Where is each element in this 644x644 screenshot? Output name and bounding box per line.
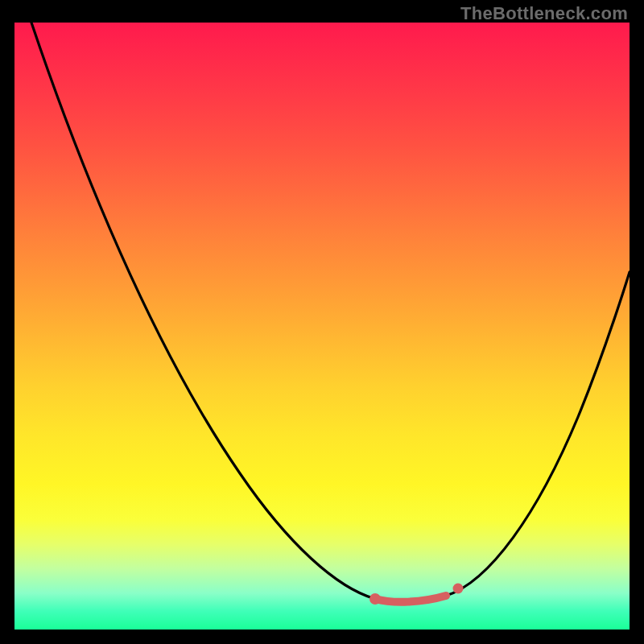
chart-frame: TheBottleneck.com — [0, 0, 644, 644]
curve-path — [31, 23, 630, 602]
marker-right-dot — [453, 584, 464, 594]
plot-area — [14, 23, 630, 630]
watermark-text: TheBottleneck.com — [460, 3, 628, 24]
bottleneck-curve — [14, 23, 630, 630]
flat-bottom-marker — [375, 596, 446, 602]
marker-left-dot — [369, 593, 381, 605]
